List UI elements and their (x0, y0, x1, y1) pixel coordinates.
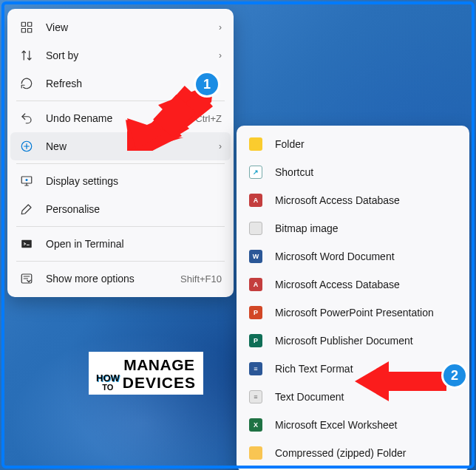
file-type-icon: ≡ (248, 361, 263, 376)
submenu-item-microsoft-access-database[interactable]: AMicrosoft Access Database (239, 270, 466, 299)
submenu-item-label: Microsoft PowerPoint Presentation (275, 307, 458, 319)
brush-icon (19, 202, 34, 217)
menu-item-label: Open in Terminal (46, 238, 222, 250)
new-icon (19, 139, 34, 154)
svg-rect-7 (21, 240, 32, 248)
svg-rect-24 (381, 372, 446, 391)
grid-icon (19, 20, 34, 35)
menu-separator (16, 226, 225, 227)
file-type-icon: A (248, 277, 263, 292)
desktop-context-menu: View›Sort by›RefreshUndo RenameCtrl+ZNew… (7, 9, 234, 297)
new-submenu: Folder↗ShortcutAMicrosoft Access Databas… (237, 126, 469, 470)
submenu-item-microsoft-excel-worksheet[interactable]: XMicrosoft Excel Worksheet (239, 411, 466, 439)
logo-text: DEVICES (123, 374, 196, 392)
submenu-item-label: Microsoft Excel Worksheet (275, 419, 458, 431)
annotation-arrow-2 (353, 358, 449, 403)
annotation-step-number: 1 (203, 77, 211, 92)
file-type-icon (248, 137, 263, 151)
undo-icon (19, 111, 34, 126)
menu-item-personalise[interactable]: Personalise (10, 195, 231, 223)
sort-icon (19, 48, 34, 63)
submenu-item-microsoft-access-database[interactable]: AMicrosoft Access Database (239, 186, 466, 214)
submenu-item-microsoft-publisher-document[interactable]: PMicrosoft Publisher Document (239, 327, 466, 355)
menu-separator (16, 261, 225, 262)
file-type-icon: X (248, 418, 263, 432)
submenu-item-compressed-zipped-folder[interactable]: Compressed (zipped) Folder (239, 439, 466, 467)
submenu-item-label: Microsoft Publisher Document (275, 335, 458, 347)
svg-rect-2 (21, 29, 25, 33)
menu-item-sort-by[interactable]: Sort by› (10, 41, 231, 69)
menu-item-label: View (46, 21, 214, 33)
svg-rect-3 (28, 29, 32, 33)
menu-item-label: Sort by (46, 50, 214, 61)
menu-item-show-more-options[interactable]: Show more optionsShift+F10 (10, 265, 231, 293)
more-icon (19, 271, 34, 286)
submenu-item-folder[interactable]: Folder (239, 130, 466, 158)
menu-item-label: Personalise (46, 203, 222, 215)
submenu-item-label: Compressed (zipped) Folder (275, 447, 458, 459)
file-type-icon: ≡ (248, 389, 263, 404)
refresh-icon (19, 76, 34, 91)
logo-text: HOW (96, 373, 120, 383)
chevron-right-icon: › (219, 22, 222, 33)
svg-marker-25 (355, 361, 389, 401)
logo-text: MANAGE (123, 356, 196, 374)
menu-item-label: Display settings (46, 175, 222, 187)
file-type-icon: P (248, 305, 263, 320)
file-type-icon: P (248, 333, 263, 348)
submenu-item-label: Microsoft Word Document (275, 251, 458, 262)
svg-rect-0 (21, 22, 25, 26)
menu-separator (16, 163, 225, 164)
menu-item-view[interactable]: View› (10, 13, 231, 41)
annotation-step-badge-2: 2 (441, 362, 468, 389)
annotation-step-number: 2 (451, 368, 458, 384)
file-type-icon: A (248, 193, 263, 208)
submenu-item-shortcut[interactable]: ↗Shortcut (239, 158, 466, 186)
annotation-step-badge-1: 1 (194, 71, 220, 98)
logo-text: TO (96, 383, 120, 392)
svg-point-6 (26, 179, 28, 181)
file-type-icon: W (248, 249, 263, 264)
file-type-icon (248, 221, 263, 236)
menu-item-label: Show more options (46, 273, 180, 285)
display-icon (19, 174, 34, 188)
chevron-right-icon: › (219, 141, 222, 151)
file-type-icon: ↗ (248, 165, 263, 180)
submenu-item-label: Bitmap image (275, 222, 458, 234)
submenu-item-label: Microsoft Access Database (275, 279, 458, 290)
menu-item-display-settings[interactable]: Display settings (10, 167, 231, 195)
submenu-item-label: Shortcut (275, 166, 458, 178)
file-type-icon (248, 446, 263, 460)
menu-item-open-in-terminal[interactable]: Open in Terminal (10, 230, 231, 258)
submenu-item-label: Microsoft Access Database (275, 194, 458, 206)
watermark-logo: HOW TO MANAGE DEVICES (89, 352, 203, 395)
chevron-right-icon: › (219, 50, 222, 61)
submenu-item-microsoft-word-document[interactable]: WMicrosoft Word Document (239, 242, 466, 270)
menu-item-shortcut: Shift+F10 (180, 273, 222, 285)
terminal-icon (19, 236, 34, 251)
submenu-item-label: Folder (275, 138, 458, 150)
submenu-item-bitmap-image[interactable]: Bitmap image (239, 214, 466, 242)
svg-rect-1 (28, 22, 32, 26)
submenu-item-microsoft-powerpoint-presentation[interactable]: PMicrosoft PowerPoint Presentation (239, 299, 466, 327)
